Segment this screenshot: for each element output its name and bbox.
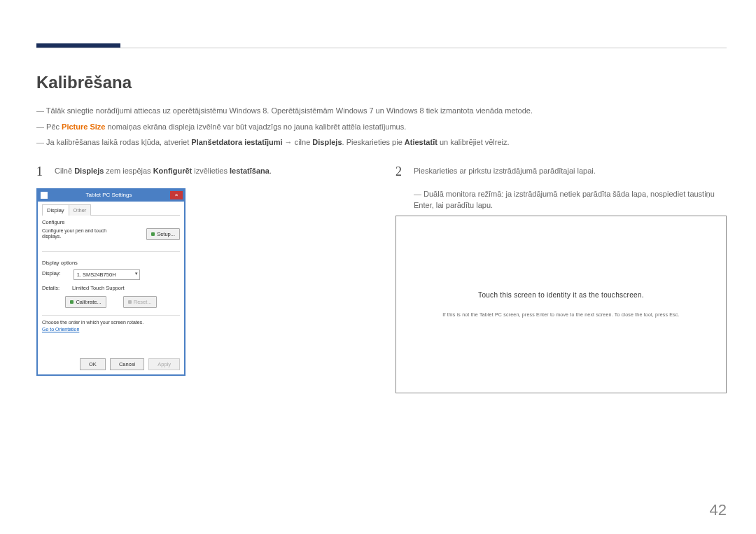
calibrate-button[interactable]: Calibrate... bbox=[65, 296, 106, 308]
intro-line-2: Pēc Picture Size nomaiņas ekrāna displej… bbox=[36, 121, 727, 133]
text: Tālāk sniegtie norādījumi attiecas uz op… bbox=[46, 106, 533, 115]
details-label: Details: bbox=[42, 284, 59, 292]
tab-display[interactable]: Display bbox=[42, 204, 69, 216]
text: nomaiņas ekrāna displeja izvēlnē var būt… bbox=[105, 122, 406, 131]
text: Cilnē bbox=[55, 167, 74, 175]
display-label: Display: bbox=[42, 269, 61, 280]
cancel-button[interactable]: Cancel bbox=[110, 358, 144, 370]
text: Pēc bbox=[46, 122, 62, 131]
display-select[interactable]: 1. SMS24B750H bbox=[74, 269, 140, 280]
page-title: Kalibrēšana bbox=[36, 70, 727, 95]
orientation-link[interactable]: Go to Orientation bbox=[42, 326, 180, 334]
text: zem iespējas bbox=[104, 167, 153, 175]
shield-icon bbox=[128, 300, 132, 304]
picture-size-label: Picture Size bbox=[62, 122, 105, 131]
touch-sub-text: If this is not the Tablet PC screen, pre… bbox=[442, 311, 679, 319]
shield-icon bbox=[70, 300, 74, 304]
left-column: 1 Cilnē Displejs zem iespējas Konfigurēt… bbox=[36, 162, 368, 393]
step-1-text: Cilnē Displejs zem iespējas Konfigurēt i… bbox=[55, 162, 272, 181]
details-value: Limited Touch Support bbox=[72, 284, 125, 292]
configure-heading: Configure bbox=[42, 218, 180, 226]
step-number: 1 bbox=[36, 162, 46, 181]
step-2-text: Pieskarieties ar pirkstu izstrādājumā pa… bbox=[414, 162, 596, 181]
intro-line-1: Tālāk sniegtie norādījumi attiecas uz op… bbox=[36, 105, 727, 117]
setup-button[interactable]: Setup... bbox=[146, 228, 180, 240]
tab-other[interactable]: Other bbox=[69, 204, 92, 216]
button-label: Reset... bbox=[134, 298, 152, 306]
text: un kalibrējiet vēlreiz. bbox=[438, 138, 510, 146]
text: Duālā monitora režīmā: ja izstrādājumā n… bbox=[414, 190, 715, 210]
text-bold: Konfigurēt bbox=[153, 167, 192, 175]
orientation-text: Choose the order in which your screen ro… bbox=[42, 320, 180, 325]
dialog-titlebar: Tablet PC Settings × bbox=[38, 190, 184, 202]
button-label: Calibrate... bbox=[76, 298, 101, 306]
page-content: Kalibrēšana Tālāk sniegtie norādījumi at… bbox=[36, 70, 727, 393]
intro-line-3: Ja kalibrēšanas laikā rodas kļūda, atver… bbox=[36, 136, 727, 148]
display-options-heading: Display options bbox=[42, 259, 180, 267]
step-number: 2 bbox=[396, 162, 405, 181]
text-bold: Displejs bbox=[74, 167, 104, 175]
configure-description: Configure your pen and touch displays. bbox=[42, 228, 119, 240]
reset-button[interactable]: Reset... bbox=[123, 296, 157, 308]
shield-icon bbox=[151, 232, 155, 236]
text: Ja kalibrēšanas laikā rodas kļūda, atver… bbox=[46, 138, 191, 146]
page-number: 42 bbox=[710, 498, 727, 521]
button-label: Setup... bbox=[157, 230, 175, 238]
apply-button[interactable]: Apply bbox=[148, 358, 180, 370]
text-bold: Planšetdatora iestatījumi bbox=[191, 138, 282, 146]
text: → cilne bbox=[283, 138, 313, 146]
header-rule bbox=[36, 48, 727, 48]
touch-main-text: Touch this screen to identity it as the … bbox=[478, 290, 644, 300]
tablet-pc-settings-dialog: Tablet PC Settings × Display Other Confi… bbox=[36, 188, 186, 377]
text: izvēlieties bbox=[192, 167, 230, 175]
step-2-note: Duālā monitora režīmā: ja izstrādājumā n… bbox=[414, 188, 727, 211]
touch-identify-screen: Touch this screen to identity it as the … bbox=[396, 216, 727, 393]
ok-button[interactable]: OK bbox=[80, 358, 106, 370]
app-icon bbox=[41, 192, 48, 199]
text-bold: Displejs bbox=[312, 138, 342, 146]
close-icon[interactable]: × bbox=[170, 191, 183, 199]
dialog-title: Tablet PC Settings bbox=[48, 191, 170, 199]
text: . Pieskarieties pie bbox=[342, 138, 405, 146]
text-bold: Iestatīšana bbox=[230, 167, 270, 175]
text-bold: Atiestatīt bbox=[405, 138, 438, 146]
right-column: 2 Pieskarieties ar pirkstu izstrādājumā … bbox=[396, 162, 727, 393]
text: . bbox=[270, 167, 272, 175]
